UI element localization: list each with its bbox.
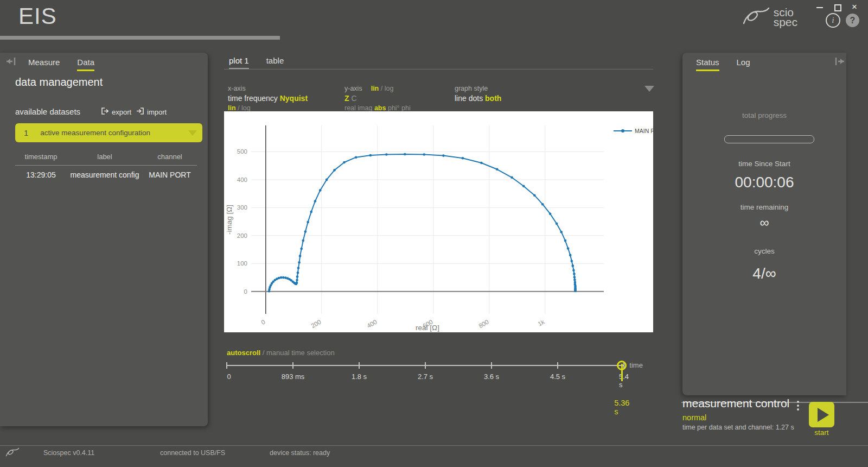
- svg-text:-imag [Ω]: -imag [Ω]: [225, 205, 233, 235]
- maximize-icon[interactable]: [833, 3, 841, 11]
- start-button[interactable]: [809, 402, 834, 427]
- option-lin[interactable]: lin: [228, 104, 236, 112]
- available-datasets-label: available datasets: [15, 107, 80, 116]
- sciospec-swirl-icon-small: [5, 447, 20, 459]
- right-panel-tabs: Status Log: [696, 58, 750, 71]
- import-icon: [136, 107, 144, 117]
- slider-tick: [491, 362, 492, 369]
- svg-text:0: 0: [260, 318, 266, 326]
- slider-handle-label: time: [629, 361, 643, 369]
- time-since-start-label: time Since Start: [682, 160, 846, 168]
- svg-text:real [Ω]: real [Ω]: [416, 324, 439, 332]
- time-remaining-label: time remaining: [682, 203, 846, 211]
- tab-status[interactable]: Status: [696, 58, 719, 71]
- cycles-label: cycles: [682, 247, 846, 255]
- plot-tabs: plot 1 table: [229, 56, 284, 70]
- svg-text:500: 500: [237, 148, 247, 155]
- app-version: Sciospec v0.4.11: [43, 449, 94, 457]
- option-phi[interactable]: phi: [401, 104, 411, 112]
- option-phi-[interactable]: phi°: [388, 104, 400, 112]
- option-both[interactable]: both: [485, 94, 501, 103]
- collapse-left-panel-icon[interactable]: [5, 56, 16, 68]
- svg-text:200: 200: [237, 232, 247, 239]
- window-controls: ×: [816, 3, 858, 11]
- chevron-down-icon: [188, 130, 197, 136]
- option-dots[interactable]: dots: [469, 94, 483, 103]
- option-line[interactable]: line: [455, 94, 467, 103]
- table-row[interactable]: 13:29:05 measurement config MAIN PORT: [15, 166, 197, 179]
- brand-line2: spec: [774, 16, 797, 28]
- slider-tick: [425, 362, 426, 369]
- x-axis-mode-options: time frequency Nyquist: [228, 94, 308, 103]
- tab-measure[interactable]: Measure: [28, 58, 60, 71]
- time-slider-section: autoscroll / manual time selection 0893 …: [224, 348, 653, 396]
- graph-style-label: graph style: [455, 85, 501, 92]
- collapse-right-panel-icon[interactable]: [834, 56, 845, 68]
- time-slider-handle[interactable]: [617, 361, 627, 370]
- option-manual-time-selection[interactable]: manual time selection: [266, 349, 335, 357]
- dataset-index: 1: [24, 128, 28, 137]
- current-time-value: 5.36 s: [614, 399, 629, 416]
- option-c[interactable]: C: [351, 94, 356, 103]
- tab-log[interactable]: Log: [737, 58, 750, 71]
- tab-table[interactable]: table: [266, 56, 284, 70]
- left-panel-tabs: Measure Data: [28, 58, 94, 71]
- svg-text:400: 400: [366, 318, 378, 329]
- status-bar: Sciospec v0.4.11 connected to USB/FS dev…: [0, 446, 868, 467]
- help-icon[interactable]: ?: [846, 14, 859, 27]
- graph-style-controls: graph style line dots both: [455, 83, 501, 103]
- tab-plot1[interactable]: plot 1: [229, 56, 249, 70]
- option-real[interactable]: real: [344, 104, 356, 112]
- x-axis-label: x-axis: [228, 85, 308, 92]
- header-icons: i ?: [826, 13, 859, 28]
- option-imag[interactable]: imag: [358, 104, 372, 112]
- option-abs[interactable]: abs: [374, 104, 386, 112]
- nyquist-plot[interactable]: 02004006008001k0100200300400500real [Ω]-…: [224, 111, 653, 332]
- export-button[interactable]: export: [101, 107, 131, 117]
- slider-tick-label: 2.7 s: [418, 373, 433, 381]
- svg-text:400: 400: [237, 176, 247, 183]
- time-since-start-value: 00:00:06: [682, 174, 846, 191]
- datasets-table: timestamp label channel 13:29:05 measure…: [15, 153, 197, 179]
- slider-tick-label: 0: [227, 373, 231, 381]
- option-log[interactable]: log: [241, 104, 251, 112]
- import-button[interactable]: import: [136, 107, 167, 117]
- option-autoscroll[interactable]: autoscroll: [227, 349, 260, 357]
- slider-tick-label: 4.5 s: [550, 373, 565, 381]
- graph-options-expander-icon[interactable]: [644, 86, 654, 92]
- title-accent-bar: [0, 36, 280, 40]
- total-progress-label: total progress: [682, 111, 846, 119]
- x-axis-scale-options: lin / log: [228, 104, 308, 112]
- slider-tick-label: 893 ms: [282, 373, 305, 381]
- option-lin[interactable]: lin: [371, 85, 379, 92]
- slider-tick: [557, 362, 558, 369]
- option-time[interactable]: time: [228, 94, 242, 103]
- slider-tick: [226, 362, 227, 369]
- info-icon[interactable]: i: [826, 13, 840, 28]
- kebab-menu-icon[interactable]: [797, 401, 799, 411]
- measurement-control-title: measurement control: [682, 397, 789, 410]
- nyquist-chart-svg[interactable]: 02004006008001k0100200300400500real [Ω]-…: [224, 111, 653, 332]
- tab-data[interactable]: Data: [77, 58, 94, 71]
- page-title: data management: [15, 76, 103, 89]
- minimize-icon[interactable]: [816, 3, 824, 11]
- close-icon[interactable]: ×: [851, 3, 858, 11]
- start-button-label: start: [809, 428, 834, 437]
- active-dataset-dropdown[interactable]: 1 active measurement configuration: [15, 123, 202, 142]
- svg-text:200: 200: [310, 318, 322, 329]
- option-z[interactable]: Z: [344, 94, 349, 103]
- measurement-info: time per data set and channel: 1.27 s: [682, 424, 794, 431]
- svg-text:1k: 1k: [537, 318, 546, 327]
- option-frequency[interactable]: frequency: [244, 94, 277, 103]
- app-window: EIS scio spec × i ? Measure Data data: [0, 0, 868, 467]
- slider-tick: [359, 362, 360, 369]
- time-slider-track[interactable]: 0893 ms1.8 s2.7 s3.6 s4.5 s5.4 stime5.36…: [227, 365, 624, 366]
- y-axis-component-options: real imag abs phi° phi: [344, 104, 411, 112]
- app-title: EIS: [18, 3, 57, 29]
- time-remaining-value: ∞: [682, 215, 846, 230]
- sciospec-swirl-icon: [742, 5, 770, 29]
- option-nyquist[interactable]: Nyquist: [280, 94, 308, 103]
- option-log[interactable]: log: [385, 85, 394, 92]
- svg-text:800: 800: [477, 318, 490, 329]
- datasets-table-header: timestamp label channel: [15, 153, 197, 166]
